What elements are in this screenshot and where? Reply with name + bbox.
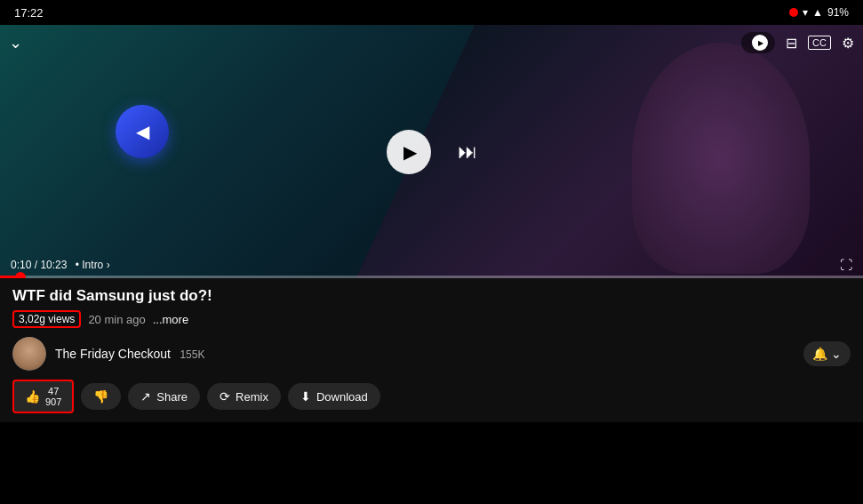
channel-subs: 155K: [180, 348, 204, 361]
app-logo-icon: ◀: [136, 121, 149, 142]
remix-label: Remix: [236, 390, 268, 404]
views-badge: 3,02g views: [12, 310, 81, 328]
battery-level: 91%: [827, 6, 849, 19]
thumbs-down-icon: 👎: [93, 389, 108, 404]
progress-dot: [15, 272, 26, 279]
toggle-circle: ▶: [752, 35, 768, 51]
video-bg-person: [632, 43, 810, 274]
video-bottom: 0:10 / 10:23 • Intro › ⛶: [0, 258, 863, 278]
share-button[interactable]: ↗ Share: [128, 383, 200, 410]
share-label: Share: [156, 390, 188, 404]
share-icon: ↗: [140, 389, 151, 404]
settings-icon[interactable]: ⚙: [842, 35, 854, 52]
status-time: 17:22: [14, 6, 44, 20]
play-button[interactable]: ▶: [387, 130, 431, 174]
video-meta: 3,02g views 20 min ago ...more: [12, 310, 851, 328]
channel-row: The Friday Checkout 155K 🔔 ⌄: [12, 337, 851, 371]
autoplay-toggle[interactable]: ▶: [741, 32, 775, 53]
time-ago: 20 min ago: [88, 313, 145, 326]
toggle-play-icon: ▶: [758, 39, 763, 47]
like-button[interactable]: 👍 47907: [12, 380, 74, 413]
avatar-face: [12, 337, 46, 371]
video-time: 0:10 / 10:23 • Intro ›: [11, 259, 110, 271]
download-button[interactable]: ⬇ Download: [288, 383, 380, 410]
dislike-button[interactable]: 👎: [81, 383, 121, 410]
app-logo: ◀: [116, 105, 169, 158]
channel-name[interactable]: The Friday Checkout: [55, 347, 171, 361]
fullscreen-button[interactable]: ⛶: [840, 258, 852, 272]
more-link[interactable]: ...more: [153, 313, 188, 326]
status-icons: ▾ ▲ 91%: [789, 6, 849, 19]
video-controls-top: ⌄ ▶ ⊟ CC ⚙: [9, 32, 854, 53]
status-bar: 17:22 ▾ ▲ 91%: [0, 0, 863, 25]
channel-avatar: [12, 337, 46, 371]
notification-dot-icon: [789, 8, 798, 17]
time-row: 0:10 / 10:23 • Intro › ⛶: [0, 258, 863, 276]
content-area: WTF did Samsung just do?! 3,02g views 20…: [0, 278, 863, 422]
minimize-button[interactable]: ⌄: [9, 33, 22, 52]
play-icon: ▶: [404, 141, 417, 163]
captions-icon[interactable]: CC: [808, 36, 831, 50]
thumbs-up-icon: 👍: [25, 389, 40, 404]
remix-button[interactable]: ⟳ Remix: [207, 383, 281, 410]
download-label: Download: [316, 390, 368, 404]
skip-forward-button[interactable]: ⏭: [458, 140, 477, 164]
signal-icon: ▲: [812, 6, 823, 19]
video-title: WTF did Samsung just do?!: [12, 287, 851, 305]
actions-row: 👍 47907 👎 ↗ Share ⟳ Remix ⬇ Download: [12, 380, 851, 413]
bell-icon: 🔔: [812, 347, 827, 361]
like-count: 47907: [45, 386, 61, 407]
video-center-controls: ▶ ⏭: [387, 130, 477, 174]
video-player[interactable]: ◀ ⌄ ▶ ⊟ CC ⚙ ▶ ⏭ 0:: [0, 25, 863, 278]
remix-icon: ⟳: [220, 389, 230, 404]
progress-bar[interactable]: [0, 276, 863, 278]
subscribe-bell-button[interactable]: 🔔 ⌄: [803, 341, 851, 366]
chevron-down-icon: ⌄: [831, 347, 842, 361]
top-right-controls: ▶ ⊟ CC ⚙: [741, 32, 854, 53]
cast-icon[interactable]: ⊟: [786, 35, 797, 52]
wifi-icon: ▾: [803, 6, 808, 19]
channel-info: The Friday Checkout 155K: [55, 346, 803, 362]
download-icon: ⬇: [300, 389, 311, 404]
